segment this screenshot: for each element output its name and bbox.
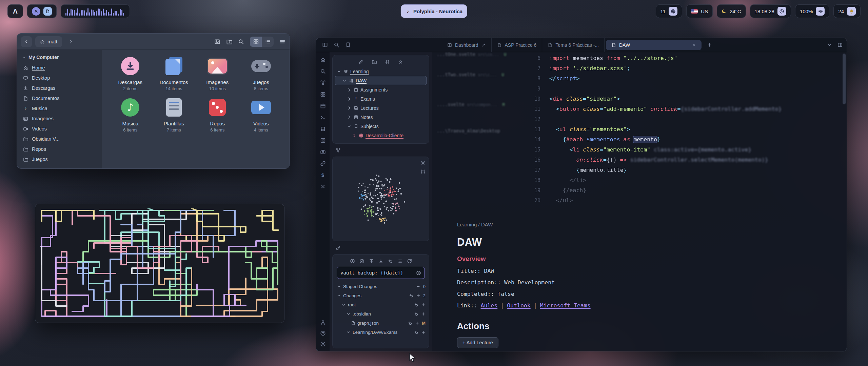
sidebar-title[interactable]: My Computer	[17, 53, 102, 63]
camera-ribbon-icon[interactable]	[320, 149, 326, 155]
folder-plus-icon[interactable]	[226, 39, 232, 45]
tree-item-exams[interactable]: !Exams	[335, 94, 427, 103]
folder-musica[interactable]: ♪Musica6 items	[108, 97, 152, 133]
notifications-module[interactable]: 24	[833, 4, 861, 18]
fork-ribbon-icon[interactable]	[320, 80, 326, 86]
git-row-root[interactable]: root	[336, 300, 426, 309]
commit-message-input[interactable]	[340, 270, 413, 276]
tree-item-assignments[interactable]: Assignments	[335, 85, 427, 94]
breadcrumb[interactable]: matt	[35, 36, 62, 47]
sidebar-item-obsidian-v[interactable]: Obsidian V...	[17, 134, 102, 144]
image-icon[interactable]	[214, 39, 220, 45]
book-ribbon-icon[interactable]	[320, 126, 326, 132]
pencil-icon[interactable]	[358, 59, 363, 64]
sidebar-item-juegos[interactable]: Juegos	[17, 154, 102, 164]
graph-panel-icon[interactable]	[336, 148, 341, 153]
help-ribbon-icon[interactable]	[320, 330, 326, 336]
clock-module[interactable]: 18:08:28	[750, 4, 791, 18]
sidebar-item-documentos[interactable]: Documentos	[17, 93, 102, 103]
bookmark-icon[interactable]	[345, 42, 351, 48]
check-circle-icon[interactable]	[359, 259, 364, 264]
back-button[interactable]	[21, 36, 32, 47]
tab-dashboard[interactable]: Dashboard	[442, 38, 492, 52]
sidebar-item-descargas[interactable]: Descargas	[17, 83, 102, 93]
tree-item-notes[interactable]: Notes	[335, 113, 427, 122]
dice-ribbon-icon[interactable]	[320, 138, 326, 143]
undo-icon[interactable]	[409, 293, 413, 298]
split-layout-icon[interactable]	[837, 42, 843, 47]
tab-tema-6-pr-cticas[interactable]: Tema 6 Prácticas -...	[542, 38, 605, 52]
tree-item-lectures[interactable]: Lectures	[335, 103, 427, 113]
volume-module[interactable]: 100%	[795, 4, 829, 18]
tab-list-icon[interactable]	[827, 42, 832, 47]
weather-module[interactable]: 24°C	[717, 4, 746, 18]
git-panel-icon[interactable]	[336, 245, 341, 250]
folder-repos[interactable]: Repos6 items	[196, 97, 239, 133]
gear-icon[interactable]	[420, 160, 426, 165]
tree-item-learning[interactable]: Learning	[335, 67, 427, 76]
close-tab-icon[interactable]	[692, 43, 696, 47]
local-graph-panel[interactable]	[332, 157, 429, 241]
refresh-icon[interactable]	[407, 259, 412, 264]
sliders-icon[interactable]	[420, 169, 426, 174]
folder-documentos[interactable]: Documentos14 items	[152, 55, 196, 91]
scrollbar[interactable]	[843, 54, 846, 349]
git-row-staged-changes[interactable]: Staged Changes0	[336, 282, 426, 291]
calendar-ribbon-icon[interactable]	[320, 103, 326, 109]
plus-icon[interactable]	[421, 303, 426, 307]
close-ribbon-icon[interactable]	[320, 184, 326, 189]
home-ribbon-icon[interactable]	[320, 57, 326, 63]
updates-module[interactable]: 11	[656, 4, 683, 18]
view-list[interactable]	[262, 37, 274, 47]
up-line-icon[interactable]	[369, 259, 374, 264]
folder-descargas[interactable]: Descargas2 items	[108, 55, 152, 91]
minus-icon[interactable]	[416, 284, 420, 289]
down-line-icon[interactable]	[378, 259, 383, 264]
view-grid[interactable]	[250, 37, 262, 47]
sidebar-item-videos[interactable]: Videos	[17, 124, 102, 134]
plus-icon[interactable]	[415, 321, 419, 325]
launcher-button[interactable]: Λ	[7, 4, 23, 18]
undo-icon[interactable]	[414, 312, 418, 316]
folder-plus-icon[interactable]	[372, 59, 377, 64]
plus-icon[interactable]	[421, 312, 426, 316]
collapse-icon[interactable]	[398, 59, 403, 64]
now-playing-pill[interactable]: ♪ Polyphia - Neurotica	[401, 4, 467, 18]
dollar-ribbon-icon[interactable]: $	[320, 172, 326, 178]
tab-daw[interactable]: DAW	[606, 40, 702, 50]
sidebar-item-imagenes[interactable]: Imagenes	[17, 114, 102, 124]
grid-ribbon-icon[interactable]	[320, 92, 326, 97]
plus-icon[interactable]	[421, 330, 426, 334]
sort-icon[interactable]	[385, 59, 390, 64]
undo-icon[interactable]	[388, 259, 393, 264]
undo-icon[interactable]	[414, 330, 418, 334]
gear-ribbon-icon[interactable]	[320, 341, 326, 347]
search-icon[interactable]	[238, 39, 244, 45]
tree-item-desarrollo-cliente[interactable]: Desarrollo-Cliente	[335, 131, 427, 140]
link-ribbon-icon[interactable]	[320, 161, 326, 166]
undo-icon[interactable]	[414, 303, 418, 307]
sidebar-item-musica[interactable]: ♪Musica	[17, 103, 102, 114]
person-ribbon-icon[interactable]	[320, 320, 326, 325]
note-breadcrumb[interactable]: Learning / DAW	[457, 222, 830, 227]
search-icon[interactable]	[334, 42, 339, 48]
workspace-app-2[interactable]	[43, 7, 52, 16]
menu-icon[interactable]	[279, 39, 285, 45]
link-microsoft-teams[interactable]: Microsoft Teams	[540, 302, 591, 309]
keyboard-layout-module[interactable]: US	[686, 4, 713, 18]
sidebar-item-desktop[interactable]: Desktop	[17, 73, 102, 83]
panel-left-icon[interactable]	[322, 42, 328, 48]
forward-button[interactable]	[65, 36, 76, 47]
sidebar-item-repos[interactable]: Repos	[17, 144, 102, 154]
plus-icon[interactable]	[416, 293, 420, 298]
new-tab-button[interactable]	[707, 42, 712, 47]
pipes-terminal-window[interactable]	[35, 204, 284, 323]
link-aules[interactable]: Aules	[481, 302, 498, 309]
sidebar-item-home[interactable]: Home	[17, 63, 102, 73]
undo-icon[interactable]	[408, 321, 412, 325]
link-outlook[interactable]: Outlook	[507, 302, 531, 309]
tab-asp-practice-6[interactable]: ASP Practice 6	[492, 38, 542, 52]
list-icon[interactable]	[397, 259, 402, 264]
folder-plantillas[interactable]: Plantillas7 items	[152, 97, 196, 133]
code-editor[interactable]: 6import mementoes from "../../store.js"7…	[432, 53, 847, 206]
